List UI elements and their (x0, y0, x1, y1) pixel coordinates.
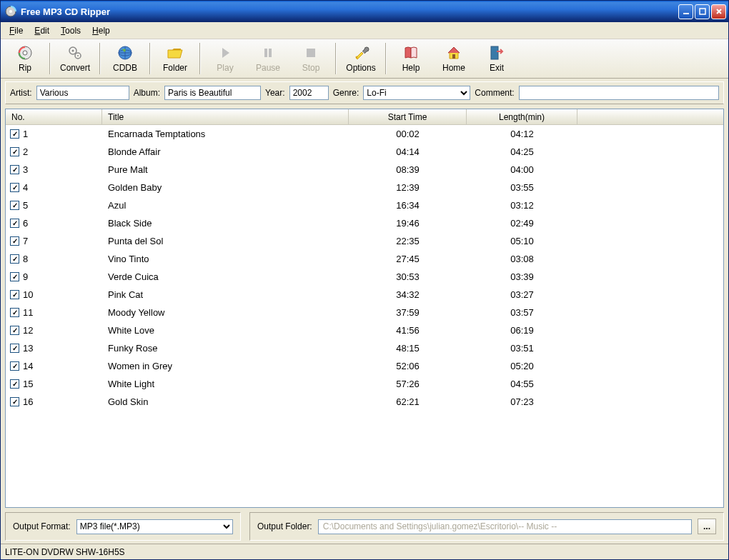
track-start: 12:39 (349, 182, 467, 193)
track-no: 3 (23, 164, 28, 175)
track-checkbox[interactable]: ✓ (10, 272, 19, 281)
track-checkbox[interactable]: ✓ (10, 201, 19, 210)
column-title[interactable]: Title (102, 109, 349, 124)
output-folder-box: Output Folder: ... (249, 512, 724, 541)
table-row[interactable]: ✓5Azul16:3403:12 (6, 196, 723, 214)
menu-edit[interactable]: Edit (29, 24, 55, 38)
exit-button[interactable]: Exit (475, 41, 518, 76)
minimize-button[interactable] (678, 4, 693, 19)
table-row[interactable]: ✓9Verde Cuica30:5303:39 (6, 268, 723, 286)
track-length: 06:19 (467, 325, 577, 336)
track-length: 03:55 (467, 182, 577, 193)
output-format-select[interactable]: MP3 file(*.MP3) (76, 519, 233, 534)
rip-button[interactable]: Rip (4, 41, 46, 76)
track-no: 9 (23, 271, 28, 282)
track-start: 16:34 (349, 200, 467, 211)
stop-button[interactable]: Stop (289, 41, 332, 76)
help-button[interactable]: Help (390, 41, 432, 76)
track-checkbox[interactable]: ✓ (10, 344, 19, 353)
close-button[interactable] (711, 4, 726, 19)
output-folder-label: Output Folder: (257, 521, 312, 531)
output-folder-input[interactable] (318, 519, 692, 534)
table-row[interactable]: ✓3Pure Malt08:3904:00 (6, 161, 723, 179)
play-button[interactable]: Play (204, 41, 247, 76)
track-checkbox[interactable]: ✓ (10, 326, 19, 335)
svg-rect-14 (307, 49, 315, 57)
menu-tools[interactable]: Tools (55, 24, 86, 38)
track-checkbox[interactable]: ✓ (10, 129, 19, 139)
folder-button[interactable]: Folder (154, 41, 197, 76)
track-no: 11 (23, 307, 33, 318)
cd-rip-icon (16, 44, 34, 61)
track-start: 62:21 (349, 396, 467, 407)
titlebar[interactable]: Free MP3 CD Ripper (1, 1, 728, 22)
track-start: 52:06 (349, 361, 467, 371)
track-checkbox[interactable]: ✓ (10, 147, 19, 156)
track-length: 03:08 (467, 254, 577, 264)
menu-help[interactable]: Help (86, 24, 116, 38)
track-title: Funky Rose (102, 343, 349, 354)
table-row[interactable]: ✓14Women in Grey52:0605:20 (6, 357, 723, 375)
track-checkbox[interactable]: ✓ (10, 236, 19, 246)
table-row[interactable]: ✓15White Light57:2604:55 (6, 375, 723, 393)
table-body: ✓1Encarnada Temptations00:0204:12✓2Blond… (6, 125, 723, 411)
column-length[interactable]: Length(min) (467, 109, 577, 124)
table-row[interactable]: ✓16Gold Skin62:2107:23 (6, 393, 723, 411)
track-start: 34:32 (349, 289, 467, 300)
pause-button[interactable]: Pause (247, 41, 289, 76)
table-row[interactable]: ✓2Blonde Affair04:1404:25 (6, 143, 723, 161)
track-no: 1 (23, 129, 28, 139)
column-spacer[interactable] (577, 109, 723, 124)
toolbar-separator (49, 43, 51, 74)
table-row[interactable]: ✓4Golden Baby12:3903:55 (6, 179, 723, 196)
track-no: 8 (23, 254, 28, 264)
genre-select[interactable]: Lo-Fi (363, 86, 470, 100)
home-icon (445, 44, 462, 61)
svg-point-7 (72, 50, 74, 52)
table-row[interactable]: ✓11Moody Yellow37:5903:57 (6, 304, 723, 321)
year-input[interactable] (289, 86, 329, 100)
table-row[interactable]: ✓6Black Side19:4602:49 (6, 214, 723, 232)
column-start[interactable]: Start Time (349, 109, 467, 124)
table-row[interactable]: ✓1Encarnada Temptations00:0204:12 (6, 125, 723, 143)
track-checkbox[interactable]: ✓ (10, 308, 19, 317)
convert-button[interactable]: Convert (54, 41, 96, 76)
menu-file[interactable]: File (4, 24, 29, 38)
track-no: 15 (23, 379, 33, 389)
track-checkbox[interactable]: ✓ (10, 165, 19, 174)
track-checkbox[interactable]: ✓ (10, 254, 19, 264)
svg-point-9 (77, 55, 79, 56)
table-row[interactable]: ✓13Funky Rose48:1503:51 (6, 339, 723, 357)
table-row[interactable]: ✓7Punta del Sol22:3505:10 (6, 232, 723, 250)
track-checkbox[interactable]: ✓ (10, 397, 19, 406)
comment-input[interactable] (519, 86, 719, 100)
cddb-button[interactable]: CDDB (104, 41, 147, 76)
info-bar: Artist: Album: Year: Genre: Lo-Fi Commen… (5, 81, 724, 104)
table-row[interactable]: ✓12White Love41:5606:19 (6, 321, 723, 339)
table-row[interactable]: ✓8Vino Tinto27:4503:08 (6, 250, 723, 268)
browse-button[interactable]: ... (698, 519, 716, 534)
year-label: Year: (265, 88, 285, 98)
stop-icon (302, 44, 319, 61)
svg-rect-12 (264, 49, 267, 57)
track-start: 37:59 (349, 307, 467, 318)
artist-input[interactable] (36, 86, 129, 100)
table-row[interactable]: ✓10Pink Cat34:3203:27 (6, 286, 723, 304)
track-checkbox[interactable]: ✓ (10, 379, 19, 389)
track-checkbox[interactable]: ✓ (10, 219, 19, 228)
track-checkbox[interactable]: ✓ (10, 290, 19, 299)
track-checkbox[interactable]: ✓ (10, 183, 19, 192)
options-button[interactable]: Options (339, 41, 382, 76)
maximize-button[interactable] (695, 4, 710, 19)
svg-rect-17 (491, 46, 498, 59)
svg-point-15 (356, 56, 358, 59)
table-header: No. Title Start Time Length(min) (6, 109, 723, 125)
album-label: Album: (134, 88, 160, 98)
column-no[interactable]: No. (6, 109, 102, 124)
track-checkbox[interactable]: ✓ (10, 361, 19, 371)
track-length: 04:12 (467, 129, 577, 139)
home-button[interactable]: Home (432, 41, 475, 76)
track-title: Golden Baby (102, 182, 349, 193)
track-start: 41:56 (349, 325, 467, 336)
album-input[interactable] (164, 86, 261, 100)
